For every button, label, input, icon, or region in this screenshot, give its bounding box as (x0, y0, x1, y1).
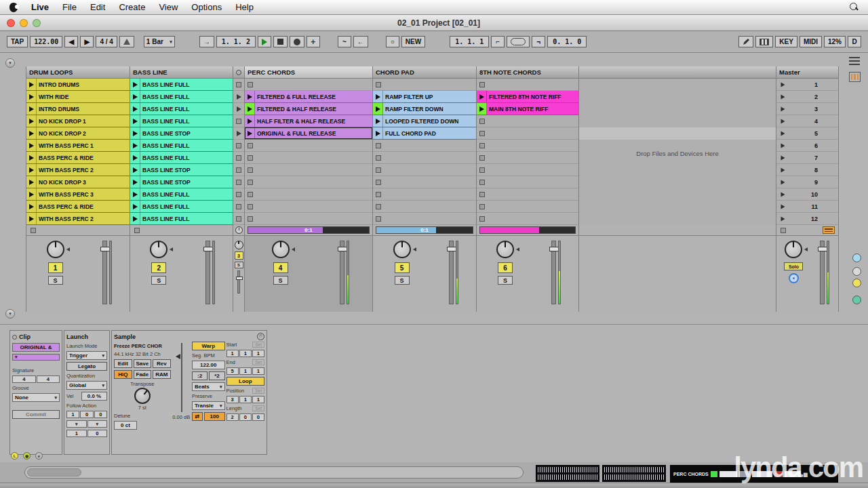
clip-stop-button[interactable] (248, 155, 253, 161)
draw-mode-button[interactable]: ~ (338, 36, 351, 47)
play-button[interactable] (258, 36, 271, 47)
clip-launch-button[interactable] (130, 152, 140, 163)
empty-clip-slot[interactable] (373, 176, 476, 188)
midi-map-button[interactable]: MIDI (800, 36, 822, 47)
nudge-down-button[interactable]: ◀ (64, 36, 78, 47)
gain-value[interactable]: 0.00 dB (172, 414, 190, 420)
clip-slot[interactable]: BASS LINE STOP (130, 127, 233, 140)
tempo-display[interactable]: 122.00 (30, 36, 62, 47)
empty-clip-slot[interactable] (245, 152, 372, 164)
scene-launch-icon[interactable] (781, 204, 785, 209)
clip-launch-button[interactable] (373, 127, 383, 139)
clip-stop-button[interactable] (236, 143, 241, 148)
clip-stop-button[interactable] (248, 180, 253, 185)
clip-slot[interactable]: BASS LINE FULL (130, 115, 233, 127)
transient-envelope-field[interactable]: 100 (204, 412, 225, 421)
overdub-button[interactable]: + (307, 36, 320, 47)
clip-stop-button[interactable] (236, 167, 241, 173)
clip-slot[interactable]: NO KICK DROP 1 (26, 115, 130, 127)
envelope-box-toggle[interactable]: e (35, 452, 43, 460)
empty-clip-slot[interactable] (233, 164, 244, 176)
launch-box-toggle[interactable]: L (11, 452, 18, 460)
clip-stop-button[interactable] (236, 155, 241, 161)
fader-handle[interactable] (100, 247, 110, 251)
solo-button[interactable]: S (273, 276, 288, 285)
scene-launch-icon[interactable] (781, 94, 785, 99)
new-button[interactable]: NEW (401, 36, 425, 47)
quantization-menu[interactable]: 1 Bar (144, 36, 175, 47)
clip-launch-button[interactable] (130, 127, 140, 139)
clip-stop-button[interactable] (236, 180, 241, 185)
clip-slot[interactable]: BASS LINE FULL (130, 188, 233, 201)
clip-gain-slider[interactable] (178, 343, 184, 412)
transient-loop-icon[interactable]: ⇄ (192, 412, 203, 421)
clip-quantization-chooser[interactable]: Global (66, 381, 107, 390)
mixer-section-toggle[interactable] (852, 296, 861, 304)
clip-stop-button[interactable] (236, 216, 241, 222)
empty-clip-slot[interactable] (373, 140, 476, 152)
clip-launch-button[interactable] (130, 201, 140, 212)
show-info-toggle[interactable]: ▾ (5, 58, 15, 68)
scene-slot[interactable]: 2 (776, 91, 838, 103)
empty-clip-slot[interactable] (233, 176, 244, 188)
clip-stop-button[interactable] (479, 155, 485, 161)
follow-button[interactable]: → (199, 36, 214, 47)
track-header[interactable]: CHORD PAD (373, 66, 476, 79)
clip-slot[interactable]: NO KICK DROP 3 (26, 176, 130, 188)
empty-clip-slot[interactable] (233, 213, 244, 225)
track-header[interactable] (233, 66, 244, 79)
clip-color-chooser[interactable] (12, 354, 60, 361)
loop-switch[interactable] (507, 36, 530, 47)
length-set-button[interactable]: Set (252, 405, 264, 411)
cue-headphone-button[interactable] (789, 273, 799, 283)
seg-bpm-field[interactable]: 122.00 (192, 361, 225, 369)
clip-slot[interactable]: NO KICK DROP 2 (26, 127, 130, 140)
clip-name-field[interactable]: ORIGINAL & (12, 343, 60, 352)
clip-launch-button[interactable] (26, 164, 37, 176)
empty-clip-slot[interactable] (373, 188, 476, 201)
clip-launch-button[interactable] (130, 164, 140, 176)
clip-launch-button[interactable] (26, 115, 37, 127)
returns-section-toggle[interactable] (852, 279, 861, 287)
follow-time-sixteenths[interactable]: 0 (94, 411, 107, 418)
clip-stop-button[interactable] (376, 192, 381, 197)
solo-button[interactable]: S (498, 276, 513, 285)
menu-live[interactable]: Live (31, 2, 49, 12)
start-set-button[interactable]: Set (252, 342, 264, 348)
clip-launch-button[interactable] (130, 115, 140, 127)
clip-slot[interactable]: RAMP FILTER UP (373, 91, 476, 103)
empty-clip-slot[interactable] (477, 213, 578, 225)
clip-slot[interactable]: WITH BASS PERC 3 (26, 188, 130, 201)
empty-clip-slot[interactable] (373, 201, 476, 213)
position-sixteenths[interactable]: 1 (252, 396, 264, 403)
clip-launch-button[interactable] (130, 103, 140, 115)
reverse-button[interactable]: Rev (153, 359, 171, 368)
clip-launch-button[interactable] (373, 103, 383, 115)
loop-length-display[interactable]: 0. 1. 0 (547, 36, 587, 47)
empty-clip-slot[interactable] (245, 140, 372, 152)
clip-stop-button[interactable] (479, 131, 485, 136)
clip-launch-button[interactable] (245, 115, 255, 127)
apple-menu-icon[interactable] (9, 3, 18, 12)
clip-slot[interactable]: INTRO DRUMS (26, 79, 130, 91)
scene-slot[interactable]: 6 (776, 140, 838, 152)
clip-slot[interactable]: RAMP FILTER DOWN (373, 103, 476, 115)
scene-slot[interactable]: 3 (776, 103, 838, 115)
computer-midi-keyboard-button[interactable] (755, 36, 773, 47)
draw-pencil-button[interactable] (738, 36, 753, 47)
scene-slot[interactable]: 1 (776, 79, 838, 91)
clip-slot[interactable]: BASS PERC & RIDE (26, 201, 130, 213)
menu-create[interactable]: Create (119, 2, 145, 12)
clip-slot[interactable]: BASS LINE FULL (130, 140, 233, 152)
scene-launch-icon[interactable] (781, 180, 785, 184)
clip-slot[interactable]: WITH BASS PERC 2 (26, 164, 130, 176)
empty-clip-slot[interactable] (233, 152, 244, 164)
clip-launch-button[interactable] (130, 213, 140, 224)
fader-handle[interactable] (549, 247, 559, 251)
loop-start-display[interactable]: 1. 1. 1 (450, 36, 489, 47)
horizontal-scrollbar[interactable] (24, 466, 524, 479)
clip-launch-button[interactable] (245, 127, 255, 139)
clip-launch-button[interactable] (26, 188, 37, 200)
clip-stop-button[interactable] (236, 119, 241, 124)
volume-fader[interactable] (820, 241, 825, 304)
